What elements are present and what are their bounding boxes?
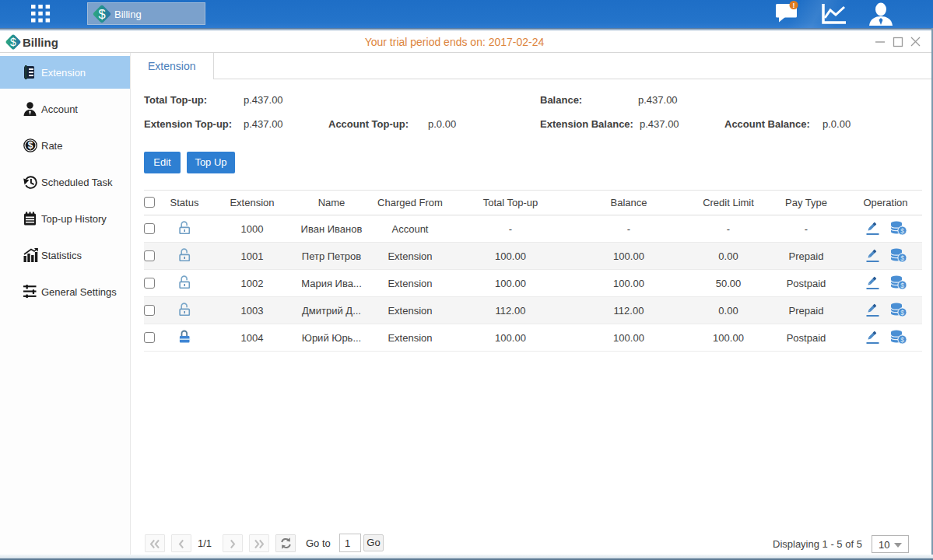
svg-text:$: $ bbox=[900, 336, 904, 344]
svg-text:$: $ bbox=[10, 36, 16, 48]
svg-text:$: $ bbox=[900, 254, 904, 262]
svg-text:$: $ bbox=[900, 309, 904, 317]
svg-text:!: ! bbox=[793, 2, 795, 9]
svg-text:$: $ bbox=[98, 7, 105, 21]
svg-text:$: $ bbox=[900, 227, 904, 235]
svg-text:$: $ bbox=[28, 140, 33, 151]
svg-text:$: $ bbox=[900, 282, 904, 289]
